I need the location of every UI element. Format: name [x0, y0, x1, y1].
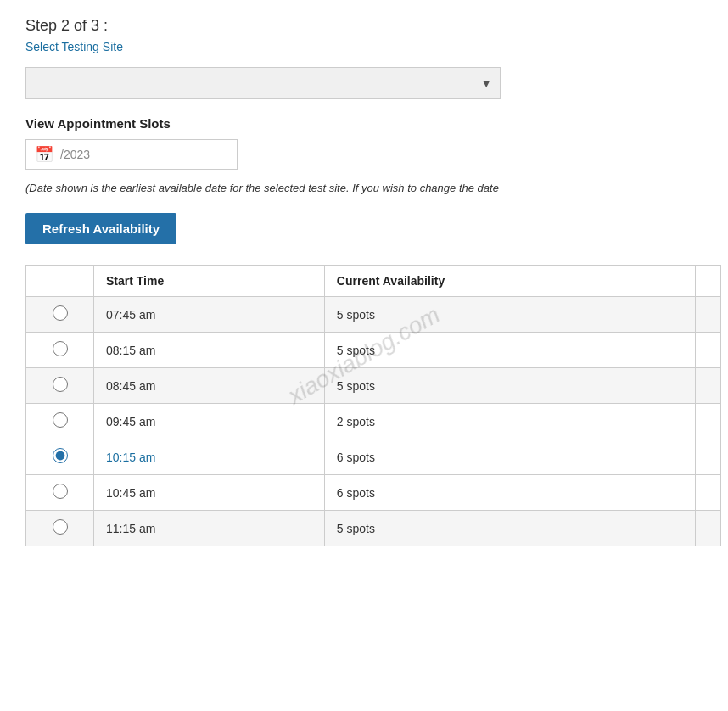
slot-radio-button[interactable]	[53, 412, 68, 428]
table-header-row: Start Time Current Availability	[26, 266, 721, 297]
date-note: (Date shown is the earliest available da…	[25, 182, 703, 194]
slot-radio-button[interactable]	[53, 519, 68, 535]
slots-table: Start Time Current Availability 07:45 am…	[25, 265, 721, 546]
table-cell-radio[interactable]	[26, 439, 94, 475]
table-row: 09:45 am2 spots	[26, 404, 721, 439]
table-header-select	[26, 266, 94, 297]
table-cell-time: 07:45 am	[94, 297, 325, 333]
table-cell-time: 08:15 am	[94, 333, 325, 368]
table-cell-availability: 5 spots	[324, 333, 695, 368]
table-header-extra	[696, 266, 721, 297]
site-select[interactable]	[25, 67, 501, 99]
table-row: 11:15 am5 spots	[26, 511, 721, 546]
table-cell-time: 09:45 am	[94, 404, 325, 439]
table-row: 08:15 am5 spots	[26, 333, 721, 368]
step-subtitle: Select Testing Site	[25, 40, 703, 53]
date-input[interactable]	[60, 148, 213, 161]
slot-radio-button[interactable]	[53, 448, 68, 463]
table-cell-time: 10:45 am	[94, 475, 325, 511]
table-cell-radio[interactable]	[26, 404, 94, 439]
table-cell-extra	[696, 439, 721, 475]
date-input-wrapper[interactable]: 📅	[25, 139, 238, 170]
table-cell-radio[interactable]	[26, 368, 94, 404]
table-row: 10:15 am6 spots	[26, 439, 721, 475]
slot-radio-button[interactable]	[53, 305, 68, 321]
table-cell-time: 10:15 am	[94, 439, 325, 475]
table-cell-extra	[696, 297, 721, 333]
table-row: 08:45 am5 spots	[26, 368, 721, 404]
table-cell-time: 08:45 am	[94, 368, 325, 404]
table-cell-availability: 6 spots	[324, 475, 695, 511]
table-cell-availability: 5 spots	[324, 297, 695, 333]
table-cell-time: 11:15 am	[94, 511, 325, 546]
table-cell-radio[interactable]	[26, 511, 94, 546]
table-cell-availability: 2 spots	[324, 404, 695, 439]
section-label: View Appointment Slots	[25, 116, 703, 131]
table-cell-radio[interactable]	[26, 475, 94, 511]
refresh-availability-button[interactable]: Refresh Availability	[25, 213, 176, 244]
table-cell-radio[interactable]	[26, 297, 94, 333]
table-header-start-time: Start Time	[94, 266, 325, 297]
slots-tbody: 07:45 am5 spots08:15 am5 spots08:45 am5 …	[26, 297, 721, 546]
slot-radio-button[interactable]	[53, 341, 68, 356]
table-cell-extra	[696, 368, 721, 404]
table-row: 10:45 am6 spots	[26, 475, 721, 511]
table-cell-extra	[696, 511, 721, 546]
table-cell-availability: 5 spots	[324, 511, 695, 546]
table-cell-extra	[696, 404, 721, 439]
step-title: Step 2 of 3 :	[25, 17, 703, 35]
table-row: 07:45 am5 spots	[26, 297, 721, 333]
table-header-current-availability: Current Availability	[324, 266, 695, 297]
table-cell-extra	[696, 475, 721, 511]
table-cell-radio[interactable]	[26, 333, 94, 368]
table-cell-extra	[696, 333, 721, 368]
table-cell-availability: 5 spots	[324, 368, 695, 404]
calendar-icon: 📅	[35, 145, 53, 164]
slot-radio-button[interactable]	[53, 377, 68, 392]
slot-radio-button[interactable]	[53, 484, 68, 499]
table-cell-availability: 6 spots	[324, 439, 695, 475]
site-select-wrapper: ▼	[25, 67, 501, 99]
